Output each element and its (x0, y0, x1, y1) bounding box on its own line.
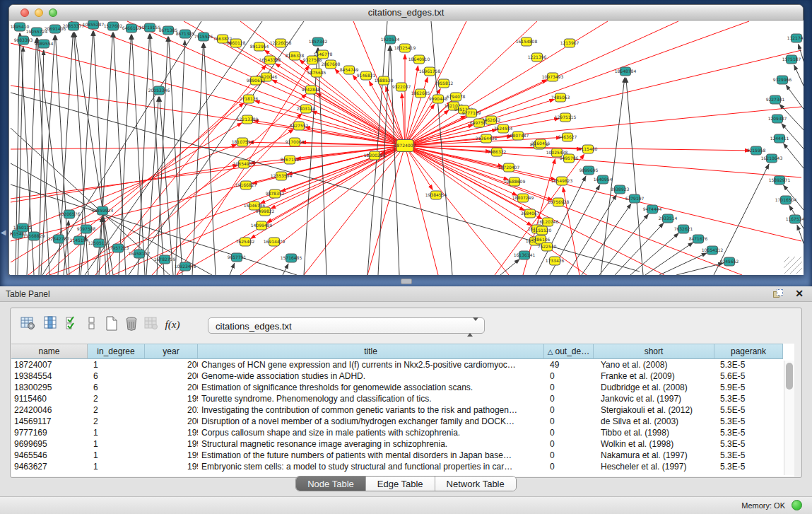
table-cell[interactable]: 2 (88, 416, 145, 427)
table-cell[interactable]: 9699695 (11, 438, 88, 450)
table-cell[interactable]: 19384554 (11, 370, 88, 382)
graph-edge[interactable] (786, 85, 804, 114)
table-row[interactable]: 946554611997Estimation of the future num… (11, 450, 783, 461)
table-cell[interactable]: 9115460 (11, 393, 88, 404)
tab-node-table[interactable]: Node Table (296, 477, 366, 491)
table-cell[interactable]: Wolkin et al. (1998) (594, 438, 714, 450)
table-row[interactable]: 946362711997Embryonic stem cells: a mode… (11, 461, 783, 472)
graph-edge[interactable] (204, 43, 216, 275)
table-cell[interactable]: 5.3E-5 (714, 438, 783, 450)
graph-edge[interactable] (304, 48, 317, 275)
column-header-pagerank[interactable]: pagerank (714, 344, 783, 359)
table-cell[interactable]: 2012 (145, 404, 198, 416)
graph-edge[interactable] (797, 225, 804, 253)
table-cell[interactable]: Franke et al. (2009) (594, 370, 714, 382)
table-cell[interactable]: 22420046 (11, 404, 88, 416)
network-table-selector[interactable]: citations_edges.txt (208, 317, 485, 334)
table-row[interactable]: 1872400712008Changes of HCN gene express… (11, 359, 783, 370)
graph-edge[interactable] (304, 146, 405, 275)
graph-edge[interactable] (794, 65, 804, 93)
tab-network-table[interactable]: Network Table (435, 477, 516, 491)
table-cell[interactable]: 0 (544, 393, 594, 404)
window-resize-grip[interactable] (784, 257, 802, 274)
table-cell[interactable]: 0 (544, 404, 594, 416)
table-cell[interactable]: 0 (544, 370, 594, 382)
table-row[interactable]: 1830029562008Estimation of significance … (11, 382, 783, 393)
table-cell[interactable]: 5.3E-5 (714, 416, 783, 427)
table-cell[interactable]: 18300295 (11, 382, 88, 393)
table-cell[interactable]: 1997 (145, 450, 198, 461)
table-cell[interactable]: 6 (88, 370, 145, 382)
import-table-button[interactable] (141, 314, 162, 337)
memory-ok-indicator[interactable] (792, 500, 802, 510)
table-cell[interactable]: 14569117 (11, 416, 88, 427)
table-cell[interactable]: 5.9E-5 (714, 382, 783, 393)
table-cell[interactable]: 1 (88, 427, 145, 438)
table-cell[interactable]: Tourette syndrome. Phenomenology and cla… (198, 393, 544, 404)
table-cell[interactable]: 1997 (145, 393, 198, 404)
graph-edge[interactable] (317, 93, 405, 146)
table-cell[interactable]: 2 (88, 393, 145, 404)
column-header-name[interactable]: name (11, 344, 88, 359)
table-cell[interactable]: Yano et al. (2008) (594, 359, 714, 370)
table-cell[interactable]: Structural magnetic resonance image aver… (198, 438, 544, 450)
table-cell[interactable]: 9465546 (11, 450, 88, 461)
table-cell[interactable]: Corpus callosum shape and size in male p… (198, 427, 544, 438)
select-all-button[interactable] (61, 314, 83, 337)
table-row[interactable]: 1938455462009Genome-wide association stu… (11, 370, 783, 382)
column-header-out_de[interactable]: △out_de… (544, 344, 594, 359)
table-cell[interactable]: Jankovic et al. (1997) (594, 393, 714, 404)
table-row[interactable]: 911546021997Tourette syndrome. Phenomeno… (11, 393, 783, 404)
graph-edge[interactable] (230, 263, 235, 275)
table-cell[interactable]: 5.3E-5 (714, 450, 783, 461)
table-row[interactable]: 2242004622012Investigating the contribut… (11, 404, 783, 416)
split-divider-handle[interactable] (401, 279, 412, 284)
table-cell[interactable]: 1997 (145, 461, 198, 472)
tab-edge-table[interactable]: Edge Table (366, 477, 435, 491)
table-cell[interactable]: 18724007 (11, 359, 88, 370)
table-cell[interactable]: Tibbo et al. (1998) (594, 427, 714, 438)
graph-edge[interactable] (283, 264, 288, 275)
table-cell[interactable]: 1998 (145, 438, 198, 450)
graph-edge[interactable] (500, 259, 519, 275)
table-cell[interactable]: Estimation of the future numbers of pati… (198, 450, 544, 461)
table-row[interactable]: 977716911998Corpus callosum shape and si… (11, 427, 783, 438)
table-cell[interactable]: 1 (88, 359, 145, 370)
graph-edge[interactable] (318, 48, 326, 275)
table-cell[interactable]: Stergiakouli et al. (2012) (594, 404, 714, 416)
table-cell[interactable]: Embryonic stem cells: a model to study s… (198, 461, 544, 472)
table-cell[interactable]: 2008 (145, 382, 198, 393)
cells-button[interactable] (81, 314, 102, 337)
graph-edge[interactable] (151, 34, 164, 275)
table-cell[interactable]: 5.3E-5 (714, 359, 783, 370)
network-window-titlebar[interactable]: citations_edges.txt (9, 5, 803, 21)
graph-edge[interactable] (676, 263, 723, 275)
table-cell[interactable]: Dudbridge et al. (2008) (594, 382, 714, 393)
table-cell[interactable]: 5.3E-5 (714, 427, 783, 438)
delete-table-button[interactable] (121, 314, 142, 337)
table-cell[interactable]: 2008 (145, 359, 198, 370)
table-settings-button[interactable] (18, 314, 39, 337)
network-canvas[interactable]: 1895410190557242069140620853377108552871… (10, 21, 804, 275)
table-cell[interactable]: 1 (88, 461, 145, 472)
table-cell[interactable]: 0 (544, 450, 594, 461)
table-cell[interactable]: 2003 (145, 416, 198, 427)
table-row[interactable]: 969969511998Structural magnetic resonanc… (11, 438, 783, 450)
table-cell[interactable]: 0 (544, 416, 594, 427)
table-cell[interactable]: Nakamura et al. (1997) (594, 450, 714, 461)
table-cell[interactable]: Hescheler et al. (1997) (594, 461, 714, 472)
graph-edge[interactable] (405, 146, 438, 275)
graph-edge[interactable] (138, 34, 150, 275)
graph-edge[interactable] (626, 78, 643, 275)
table-cell[interactable]: 9463627 (11, 461, 88, 472)
table-cell[interactable]: 5.5E-5 (714, 404, 783, 416)
close-panel-icon[interactable]: ✕ (795, 288, 804, 299)
graph-edge[interactable] (160, 97, 173, 275)
column-header-title[interactable]: title (198, 344, 544, 359)
table-cell[interactable]: 0 (544, 427, 594, 438)
column-header-in_degree[interactable]: in_degree (88, 344, 145, 359)
new-table-button[interactable] (101, 314, 122, 337)
graph-edge[interactable] (335, 69, 405, 146)
column-header-short[interactable]: short (594, 344, 714, 359)
graph-edge[interactable] (18, 47, 23, 275)
